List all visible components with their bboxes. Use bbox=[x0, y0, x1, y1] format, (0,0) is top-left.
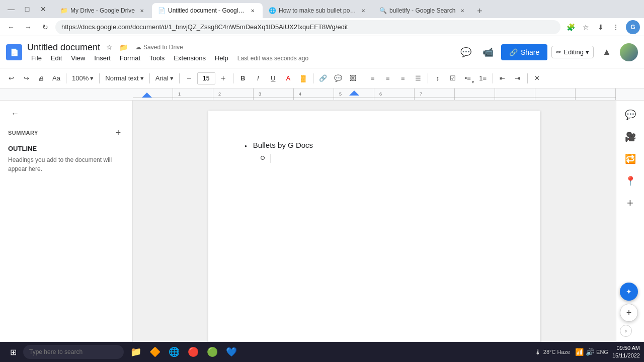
forward-button[interactable]: → bbox=[21, 20, 35, 34]
tab-howto[interactable]: 🌐 How to make sub bullet points i... ✕ bbox=[263, 3, 373, 18]
sidebar-back-button[interactable]: ← bbox=[8, 107, 22, 121]
tab-docs[interactable]: 📄 Untitled document - Google Doc... ✕ bbox=[152, 3, 263, 18]
numbered-list-icon: 1≡ bbox=[479, 74, 487, 82]
meet-icon[interactable]: 📹 bbox=[479, 43, 497, 61]
user-avatar[interactable] bbox=[620, 43, 638, 61]
font-size-input[interactable] bbox=[197, 72, 215, 84]
docs-logo-icon: 📄 bbox=[6, 44, 22, 60]
new-tab-button[interactable]: + bbox=[472, 4, 487, 18]
move-to-drive-icon[interactable]: 📁 bbox=[117, 41, 129, 53]
checklist-button[interactable]: ☑ bbox=[446, 71, 460, 85]
summary-label: SUMMARY bbox=[8, 130, 38, 136]
menu-edit[interactable]: Edit bbox=[47, 53, 66, 63]
style-dropdown[interactable]: Normal text ▾ bbox=[102, 71, 146, 85]
print-button[interactable]: 🖨 bbox=[34, 71, 48, 85]
font-dropdown[interactable]: Arial ▾ bbox=[152, 71, 177, 85]
toolbar-separator-2 bbox=[99, 73, 100, 83]
menu-tools[interactable]: Tools bbox=[145, 53, 169, 63]
chat-icon-button[interactable]: 💬 bbox=[620, 105, 640, 125]
browser-more-icon[interactable]: ⋮ bbox=[609, 20, 623, 34]
sync-icon[interactable]: 🔁 bbox=[620, 149, 640, 169]
bullet-item-level1: ● Bullets by G Docs bbox=[245, 141, 504, 149]
add-float-button[interactable]: + bbox=[620, 304, 638, 322]
tab-favicon-drive: 📁 bbox=[60, 7, 67, 14]
link-button[interactable]: 🔗 bbox=[316, 71, 330, 85]
undo-button[interactable]: ↩ bbox=[4, 71, 18, 85]
font-size-decrease[interactable]: − bbox=[182, 71, 196, 85]
browser-toolbar-icons: 🧩 ☆ ⬇ ⋮ bbox=[564, 20, 623, 34]
taskbar-app4[interactable]: 💙 bbox=[222, 343, 240, 361]
clear-format-button[interactable]: ✕ bbox=[530, 71, 544, 85]
bookmark-icon[interactable]: ☆ bbox=[579, 20, 593, 34]
left-indent-marker bbox=[142, 93, 152, 98]
add-summary-button[interactable]: + bbox=[112, 127, 124, 139]
document-area[interactable]: ● Bullets by G Docs bbox=[133, 101, 616, 342]
tab-close-search[interactable]: ✕ bbox=[458, 7, 466, 15]
italic-button[interactable]: I bbox=[251, 71, 265, 85]
extensions-icon[interactable]: 🧩 bbox=[564, 20, 578, 34]
taskbar-app1[interactable]: 🔶 bbox=[146, 343, 164, 361]
editing-dropdown[interactable]: ✏ Editing ▾ bbox=[551, 46, 594, 58]
bullets-button[interactable]: •≡ ▾ bbox=[461, 71, 475, 85]
maps-icon[interactable]: 📍 bbox=[620, 171, 640, 191]
toolbar-separator-7 bbox=[363, 73, 363, 83]
tab-close-drive[interactable]: ✕ bbox=[138, 7, 146, 15]
start-button[interactable]: ⊞ bbox=[4, 343, 22, 361]
toolbar-separator-6 bbox=[313, 73, 313, 83]
tab-drive[interactable]: 📁 My Drive - Google Drive ✕ bbox=[54, 3, 152, 18]
zoom-dropdown[interactable]: 100% ▾ bbox=[69, 71, 97, 85]
tab-search[interactable]: 🔍 bulletify - Google Search ✕ bbox=[373, 3, 472, 18]
gemini-button[interactable]: ✦ bbox=[620, 283, 638, 301]
save-page-icon[interactable]: ⬇ bbox=[594, 20, 608, 34]
align-right-button[interactable]: ≡ bbox=[396, 71, 410, 85]
taskbar-app3[interactable]: 🟢 bbox=[203, 343, 221, 361]
spellcheck-button[interactable]: Aa bbox=[49, 71, 63, 85]
browser-avatar[interactable]: G bbox=[626, 20, 640, 34]
menu-insert[interactable]: Insert bbox=[90, 53, 115, 63]
menu-format[interactable]: Format bbox=[116, 53, 144, 63]
redo-button[interactable]: ↪ bbox=[19, 71, 33, 85]
menu-extensions[interactable]: Extensions bbox=[170, 53, 210, 63]
comment-button[interactable]: 💬 bbox=[331, 71, 345, 85]
collapse-icon[interactable]: ▲ bbox=[598, 43, 616, 61]
numbered-list-button[interactable]: 1≡ bbox=[476, 71, 490, 85]
url-input[interactable] bbox=[55, 20, 560, 34]
bullet-text-level1[interactable]: Bullets by G Docs bbox=[253, 141, 313, 149]
bold-button[interactable]: B bbox=[236, 71, 250, 85]
window-maximize[interactable]: □ bbox=[20, 2, 34, 16]
header-right: 💬 📹 🔗 Share ✏ Editing ▾ ▲ bbox=[457, 43, 638, 61]
align-center-button[interactable]: ≡ bbox=[381, 71, 395, 85]
menu-file[interactable]: File bbox=[27, 53, 46, 63]
font-size-increase[interactable]: + bbox=[216, 71, 230, 85]
bullet-item-level2[interactable] bbox=[261, 153, 504, 163]
line-spacing-button[interactable]: ↕ bbox=[431, 71, 445, 85]
image-button[interactable]: 🖼 bbox=[346, 71, 360, 85]
window-close[interactable]: ✕ bbox=[36, 2, 50, 16]
menu-view[interactable]: View bbox=[67, 53, 89, 63]
add-sidebar-icon[interactable]: + bbox=[620, 193, 640, 213]
doc-title[interactable]: Untitled document bbox=[27, 42, 100, 53]
tab-close-howto[interactable]: ✕ bbox=[359, 7, 367, 15]
text-color-button[interactable]: A bbox=[281, 71, 295, 85]
back-button[interactable]: ← bbox=[4, 20, 18, 34]
align-justify-button[interactable]: ☰ bbox=[411, 71, 425, 85]
share-button[interactable]: 🔗 Share bbox=[501, 44, 547, 60]
align-left-button[interactable]: ≡ bbox=[366, 71, 380, 85]
comments-icon[interactable]: 💬 bbox=[457, 43, 475, 61]
taskbar-files[interactable]: 📁 bbox=[127, 343, 145, 361]
window-minimize[interactable]: — bbox=[4, 2, 18, 16]
star-icon[interactable]: ☆ bbox=[103, 41, 115, 53]
underline-button[interactable]: U bbox=[266, 71, 280, 85]
highlight-button[interactable]: ▓ bbox=[296, 71, 310, 85]
refresh-button[interactable]: ↻ bbox=[38, 20, 52, 34]
taskbar-app2[interactable]: 🔴 bbox=[184, 343, 202, 361]
indent-less-button[interactable]: ⇤ bbox=[496, 71, 510, 85]
indent-more-button[interactable]: ⇥ bbox=[511, 71, 525, 85]
taskbar-browser[interactable]: 🌐 bbox=[165, 343, 183, 361]
tab-close-docs[interactable]: ✕ bbox=[249, 7, 257, 15]
taskbar-search[interactable] bbox=[23, 345, 124, 359]
collapse-sidebar-button[interactable]: › bbox=[620, 325, 632, 337]
document-page[interactable]: ● Bullets by G Docs bbox=[208, 111, 540, 342]
meet-sidebar-icon[interactable]: 🎥 bbox=[620, 127, 640, 147]
menu-help[interactable]: Help bbox=[211, 53, 232, 63]
